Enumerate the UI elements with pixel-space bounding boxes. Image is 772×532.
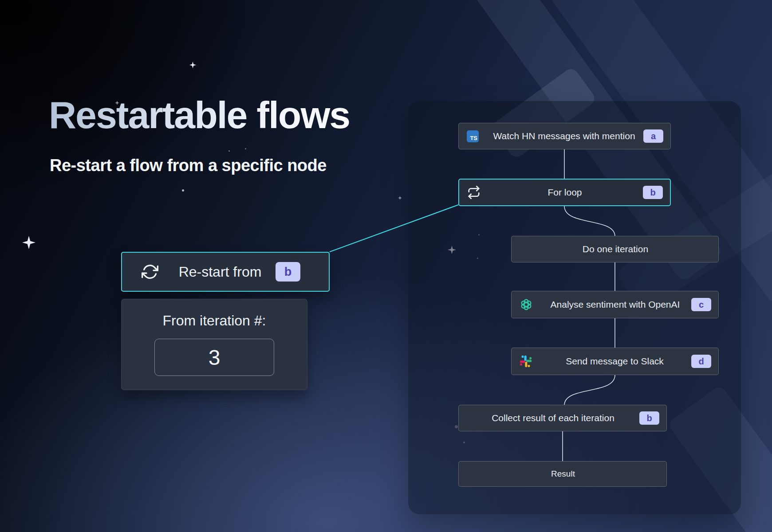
node-for-loop[interactable]: For loop b bbox=[458, 179, 671, 206]
restart-button-label: Re-start from bbox=[165, 264, 276, 280]
node-do-one-iteration[interactable]: Do one iteration bbox=[511, 236, 719, 262]
openai-icon bbox=[520, 298, 533, 311]
node-label: Collect result of each iteration bbox=[467, 413, 639, 423]
restart-icon bbox=[142, 263, 158, 280]
node-badge: d bbox=[691, 355, 711, 368]
node-label: For loop bbox=[487, 187, 643, 198]
node-result[interactable]: Result bbox=[458, 461, 667, 487]
node-label: Result bbox=[467, 469, 659, 479]
page-subtitle: Re-start a flow from a specific node bbox=[50, 156, 327, 175]
node-send-slack[interactable]: Send message to Slack d bbox=[511, 348, 719, 375]
star-dot bbox=[245, 148, 246, 149]
node-badge: c bbox=[691, 298, 711, 311]
typescript-icon: TS bbox=[467, 130, 479, 142]
node-badge: b bbox=[643, 186, 663, 199]
star-dot bbox=[182, 189, 184, 192]
node-watch-hn[interactable]: TS Watch HN messages with mention a bbox=[458, 123, 671, 149]
page-title: Restartable flows bbox=[49, 94, 350, 136]
iteration-input[interactable] bbox=[154, 339, 274, 376]
node-label: Send message to Slack bbox=[538, 356, 691, 367]
restart-from-button[interactable]: Re-start from b bbox=[121, 252, 330, 292]
node-analyse-openai[interactable]: Analyse sentiment with OpenAI c bbox=[511, 291, 719, 318]
node-badge: a bbox=[643, 129, 663, 143]
node-label: Watch HN messages with mention bbox=[485, 131, 643, 141]
restart-node-badge: b bbox=[276, 262, 300, 282]
iteration-panel: From iteration #: bbox=[121, 299, 307, 390]
star-dot bbox=[228, 150, 230, 152]
iteration-label: From iteration #: bbox=[163, 313, 266, 329]
node-collect-results[interactable]: Collect result of each iteration b bbox=[458, 405, 667, 431]
slack-icon bbox=[520, 355, 532, 368]
node-label: Do one iteration bbox=[520, 244, 711, 254]
node-badge: b bbox=[639, 411, 659, 425]
repeat-loop-icon bbox=[467, 186, 481, 199]
node-label: Analyse sentiment with OpenAI bbox=[539, 299, 691, 310]
